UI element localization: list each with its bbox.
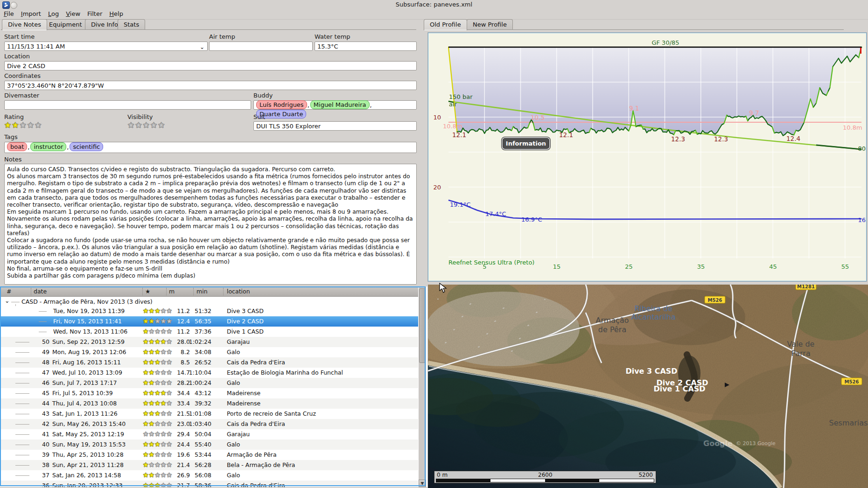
dive-row[interactable]: 45Fri, Jul 5, 2013 10:39★★★★★34.443:12Ma… [0,388,418,398]
depth-annotation: 10.5 [531,114,545,121]
buddy-input[interactable]: Luís Rodrigues,Miguel Madureira,Duarte D… [253,100,417,110]
depth-annotation: 12.1 [559,131,573,139]
dive-row[interactable]: Fri, Nov 15, 2013 11:41★★★★★12.456:35Div… [0,316,418,327]
expander-icon[interactable]: ⌄ [5,297,9,304]
profile-information-button[interactable]: Information [502,137,550,150]
dive-row[interactable]: 42Sun, May 26, 2013 15:40★★★★★23.01:03:4… [0,419,418,429]
divemaster-input[interactable] [4,100,251,110]
col-header-location[interactable]: location [227,288,250,295]
star-icon: ★ [149,358,155,366]
menu-file[interactable]: File [0,9,17,18]
menu-filter[interactable]: Filter [84,9,105,18]
col-header-stars[interactable]: ★ [145,288,150,295]
scroll-down-button[interactable]: ▼ [419,480,426,487]
menu-view[interactable]: View [63,9,84,18]
dive-row[interactable]: 43Sat, Jun 1, 2013 11:26★★★★★21.51:01:08… [0,409,418,419]
col-header-min[interactable]: min [196,288,208,295]
dive-date: Wed, Nov 13, 2013 11:06 [53,328,127,335]
dive-site-label: Dive 3 CASD [625,367,677,376]
dive-number: 49 [31,349,49,356]
road-shield-label: M526 [708,298,722,303]
col-header-date[interactable]: date [34,288,47,295]
dive-row[interactable]: 36Sun, Jan 20, 2013 12:33★★★★★21.758:36C… [0,481,418,487]
star-icon: ★ [149,451,155,458]
dive-site-map[interactable]: M1281M526M526Armaçãode PêraVale deParraS… [428,285,868,488]
star-icon: ★ [143,420,149,427]
dive-row[interactable]: 44Thu, Jul 4, 2013 10:08★★★★★33.439:32Ma… [0,398,418,409]
menu-help[interactable]: Help [106,9,126,18]
col-header-m[interactable]: m [169,288,175,295]
dive-row[interactable]: Tue, Nov 19, 2013 11:39★★★★★11.251:32Div… [0,306,418,316]
dive-row[interactable]: 46Sun, Jul 7, 2013 17:17★★★★★28.21:00:24… [0,378,418,388]
air-temp-input[interactable] [209,42,313,51]
dive-number: 42 [31,420,49,427]
tags-input[interactable]: boat,instructor,scientific [4,142,417,153]
tab-stats[interactable]: Stats [118,19,145,29]
buddy-pill[interactable]: Luís Rodrigues [256,100,307,109]
dive-row[interactable]: 48Fri, Aug 16, 2013 15:11★★★★★8.526:52Ca… [0,357,418,368]
rating-stars[interactable]: ★★★★★ [4,120,42,130]
dive-row[interactable]: 50Sun, Sep 22, 2013 12:59★★★★★28.01:02:2… [0,337,418,347]
dive-row[interactable]: 37Sat, Jan 26, 2013 14:58★★★★★26.956:08G… [0,470,418,481]
road-shield-label: M526 [845,379,859,384]
star-icon: ★ [158,120,165,130]
coordinates-input[interactable]: 37°05'23.460"N 8°20'47.879"W [4,81,417,90]
dive-row[interactable]: 40Sun, May 19, 2013 15:53★★★★★24.455:40G… [0,439,418,450]
star-icon: ★ [154,379,161,386]
star-icon: ★ [149,440,155,448]
dive-location: Galo [227,349,240,356]
buddy-pill[interactable]: Miguel Madureira [310,100,370,109]
dive-row[interactable]: 39Thu, Apr 25, 2013 10:28★★★★★19.653:44A… [0,450,418,460]
dive-duration: 53:44 [184,451,211,458]
location-input[interactable]: Dive 2 CASD [4,61,417,70]
dive-duration: 56:08 [184,472,211,479]
dive-location: Galo [227,379,240,386]
star-icon: ★ [154,317,161,325]
star-icon: ★ [154,358,161,366]
star-icon: ★ [143,307,149,314]
tab-new-profile[interactable]: New Profile [467,19,513,29]
tab-equipment[interactable]: Equipment [43,19,88,29]
tab-old-profile[interactable]: Old Profile [424,19,467,30]
dive-duration: 26:52 [184,359,211,366]
suit-input[interactable]: DUI TLS 350 Explorer [253,121,417,131]
visibility-stars[interactable]: ★★★★★ [127,120,165,130]
combo-arrow-icon[interactable]: ⌄ [200,42,204,52]
notes-textarea[interactable]: Aula do curso CASD. Transectos c/video e… [4,164,417,285]
dive-trip-group-row[interactable]: ⌄CASD - Armação de Pêra, Nov 2013 (3 div… [0,297,418,307]
tag-pill[interactable]: boat [7,142,27,151]
star-icon: ★ [154,348,161,356]
dive-row[interactable]: 41Sat, May 25, 2013 12:19★★★★★29.450:04G… [0,429,418,439]
dive-location: Bela - Armação de Pêra [227,461,295,468]
temperature-line [448,200,861,219]
star-icon: ★ [143,317,149,325]
menu-import[interactable]: Import [18,9,44,18]
dive-duration: 56:35 [184,318,211,325]
dive-row[interactable]: 47Wed, Jul 10, 2013 13:09★★★★★14.71:10:0… [0,368,418,378]
dive-number: 36 [31,482,49,487]
list-scrollbar-thumb[interactable] [419,288,426,363]
dive-row[interactable]: Wed, Nov 13, 2013 11:06★★★★★11.237:36Div… [0,327,418,337]
dive-row[interactable]: 49Mon, Aug 19, 2013 12:06★★★★★8.234:08Ga… [0,347,418,357]
list-header: #date★mminlocation [0,287,418,297]
tab-dive-notes[interactable]: Dive Notes [2,19,47,30]
col-header-num[interactable]: # [7,288,11,295]
water-temp-input[interactable]: 15.3°C [315,42,417,51]
dive-duration: 58:36 [184,482,211,487]
profile-tab-bar: Old ProfileNew Profile [424,19,844,30]
star-icon: ★ [143,430,149,438]
scale-right-label: 5200 [638,472,653,478]
dive-location: Madeirense [227,400,260,407]
pressure-start-label: 150 bar [449,93,473,100]
dive-number: 45 [31,390,49,397]
menu-log[interactable]: Log [45,9,62,18]
star-icon: ★ [143,410,149,417]
star-icon: ★ [35,120,42,130]
tag-pill[interactable]: instructor [30,142,66,151]
satellite-map[interactable]: M1281M526M526Armaçãode PêraVale deParraS… [428,285,868,488]
tag-pill[interactable]: scientific [70,142,103,151]
dive-row[interactable]: 38Sun, Apr 21, 2013 11:28★★★★★21.456:28B… [0,460,418,470]
dive-date: Fri, Nov 15, 2013 11:41 [53,318,122,325]
menubar: FileImportLogViewFilterHelp [0,9,868,20]
start-time-input[interactable]: 11/15/13 11:41 AM⌄ [4,42,208,51]
